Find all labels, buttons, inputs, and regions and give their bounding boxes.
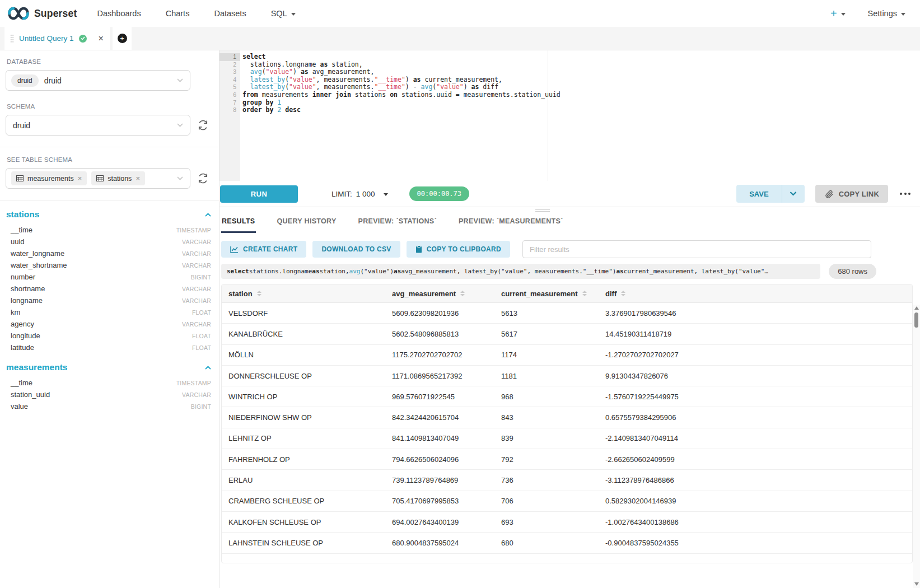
copy-link-button[interactable]: COPY LINK <box>815 185 888 203</box>
refresh-schemas-button[interactable] <box>198 120 208 130</box>
nav-item-charts[interactable]: Charts <box>166 9 190 18</box>
filter-results-input[interactable] <box>522 240 871 258</box>
nav-item-datasets[interactable]: Datasets <box>214 9 246 18</box>
table-icon <box>96 175 104 181</box>
limit-control[interactable]: LIMIT: 1 000 <box>331 190 388 198</box>
results-tab-query-history[interactable]: QUERY HISTORY <box>277 214 337 233</box>
table-cell: 843 <box>494 413 599 422</box>
column-type: VARCHAR <box>182 391 211 398</box>
code-area[interactable]: select stations.longname as station, avg… <box>240 50 920 181</box>
scroll-up-icon[interactable] <box>914 306 919 310</box>
table-cell: 14.45190311418719 <box>599 330 912 338</box>
refresh-tables-button[interactable] <box>198 173 208 184</box>
collapse-icon[interactable] <box>205 366 211 370</box>
remove-chip-icon[interactable]: × <box>78 174 82 183</box>
create-chart-button[interactable]: CREATE CHART <box>221 241 306 258</box>
table-header: stationavg_measurementcurrent_measuremen… <box>222 284 912 303</box>
schema-column-row: latitudeFLOAT <box>6 342 213 353</box>
drag-handle-icon[interactable] <box>10 34 14 43</box>
nav-item-label: SQL <box>271 9 287 18</box>
remove-chip-icon[interactable]: × <box>136 174 140 183</box>
table-row: NIEDERFINOW SHW OP842.34244206157048430.… <box>222 407 912 428</box>
column-type: FLOAT <box>192 309 211 316</box>
save-button[interactable]: SAVE <box>736 185 781 203</box>
column-type: TIMESTAMP <box>176 227 211 234</box>
table-chip-stations[interactable]: stations× <box>91 171 145 185</box>
column-name: uuid <box>11 237 25 246</box>
settings-menu[interactable]: Settings <box>868 9 905 18</box>
column-name: shortname <box>11 284 45 293</box>
schema-column-row: longnameVARCHAR <box>6 295 213 306</box>
superset-brand[interactable]: Superset <box>8 7 77 20</box>
table-cell: 1174 <box>494 351 599 359</box>
more-options-button[interactable] <box>899 190 912 197</box>
nav-item-sql[interactable]: SQL <box>271 9 296 18</box>
copy-clipboard-button[interactable]: COPY TO CLIPBOARD <box>407 241 510 258</box>
scrollbar-thumb[interactable] <box>914 312 918 328</box>
query-tab[interactable]: Untitled Query 1 × <box>4 27 110 50</box>
sort-icon <box>621 291 625 297</box>
add-tab-button[interactable]: + <box>118 34 127 43</box>
table-row: FAHRENHOLZ OP794.6626506024096792-2.6626… <box>222 449 912 470</box>
table-cell: 5617 <box>494 330 599 338</box>
table-cell: FAHRENHOLZ OP <box>222 455 385 464</box>
line-number: 3 <box>220 68 240 76</box>
results-tab-results[interactable]: RESULTS <box>221 214 256 233</box>
save-options-button[interactable] <box>782 185 805 203</box>
table-chip-measurements[interactable]: measurements× <box>11 171 87 185</box>
table-cell: -3.112378976486866 <box>599 476 912 484</box>
schema-table-name[interactable]: measurements <box>6 362 67 372</box>
table-cell: 1171.0869565217392 <box>385 372 494 380</box>
vertical-scrollbar[interactable] <box>913 305 920 588</box>
table-cell: 0.6575579384295906 <box>599 413 912 422</box>
table-cell: 3.3769017980639546 <box>599 309 912 318</box>
column-header-station[interactable]: station <box>222 290 385 298</box>
line-number: 8 <box>220 106 240 114</box>
caret-down-icon <box>901 13 905 16</box>
nav-item-label: Dashboards <box>97 9 141 18</box>
table-cell: 739.1123789764869 <box>385 476 494 484</box>
schema-column-row: agencyVARCHAR <box>6 318 213 330</box>
nav-item-dashboards[interactable]: Dashboards <box>97 9 141 18</box>
code-line: order by 2 desc <box>242 106 920 114</box>
run-button[interactable]: RUN <box>220 185 298 203</box>
column-name: agency <box>11 320 34 328</box>
table-cell: 0.5829302004146939 <box>599 497 912 505</box>
table-cell: 839 <box>494 434 599 442</box>
close-tab-icon[interactable]: × <box>99 34 104 43</box>
new-item-button[interactable]: + <box>830 7 846 20</box>
table-cell: -1.5760719225449975 <box>599 393 912 401</box>
sort-icon <box>257 291 261 297</box>
table-schema-select[interactable]: measurements×stations× <box>6 168 190 189</box>
collapse-icon[interactable] <box>205 213 211 217</box>
results-tab-preview-stations[interactable]: PREVIEW: `STATIONS` <box>358 214 437 233</box>
column-header-diff[interactable]: diff <box>599 290 912 298</box>
limit-value: 1 000 <box>356 190 375 198</box>
schema-table-name[interactable]: stations <box>6 209 39 220</box>
table-cell: 968 <box>494 393 599 401</box>
download-csv-button[interactable]: DOWNLOAD TO CSV <box>312 241 400 258</box>
schema-section-stations: stations__timeTIMESTAMPuuidVARCHARwater_… <box>6 209 213 353</box>
database-select[interactable]: druid druid <box>6 70 190 91</box>
column-header-current-measurement[interactable]: current_measurement <box>494 290 599 298</box>
database-type-chip: druid <box>11 74 39 87</box>
code-line: group by 1 <box>242 99 920 107</box>
splitter-grip[interactable] <box>535 209 550 212</box>
table-row: MÖLLN1175.27027027027021174-1.2702702702… <box>222 345 912 366</box>
schema-column-row: station_uuidVARCHAR <box>6 389 213 400</box>
chevron-down-icon <box>177 78 183 82</box>
sql-editor[interactable]: 12345678 select stations.longname as sta… <box>220 50 920 181</box>
table-cell: 706 <box>494 497 599 505</box>
chevron-down-icon <box>177 176 183 180</box>
column-type: VARCHAR <box>182 250 211 257</box>
query-success-icon <box>79 35 87 43</box>
column-header-avg-measurement[interactable]: avg_measurement <box>385 290 494 298</box>
column-name: value <box>11 402 28 410</box>
schema-section-measurements: measurements__timeTIMESTAMPstation_uuidV… <box>6 362 213 412</box>
scroll-down-icon[interactable] <box>914 582 919 586</box>
nav-right: + Settings <box>830 7 905 20</box>
editor-toolbar: RUN LIMIT: 1 000 00:00:00.73 SAVE <box>220 181 920 207</box>
results-tab-preview-measurements[interactable]: PREVIEW: `MEASUREMENTS` <box>458 214 564 233</box>
schema-select[interactable]: druid <box>6 115 190 136</box>
code-line: latest_by("value", measurements."__time"… <box>242 76 920 84</box>
